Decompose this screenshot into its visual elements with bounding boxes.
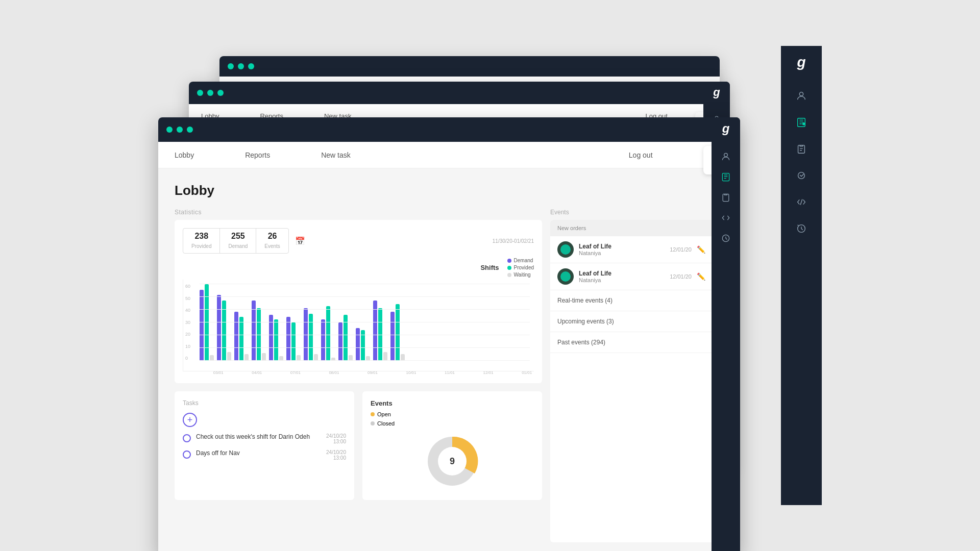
window-1: Lobby Reports New task Log out EN Lobby … (158, 117, 740, 551)
w1-sidebar-icon-arrows[interactable] (718, 210, 733, 226)
grid-line (200, 322, 530, 322)
event-org-2: Leaf of Life (579, 270, 665, 277)
bar-waiting-7 (331, 358, 335, 361)
task-date-1: 24/10/20 13:00 (326, 433, 346, 444)
svg-point-9 (724, 153, 728, 157)
event-avatar-2 (557, 268, 574, 285)
legend-waiting: Waiting (507, 272, 534, 278)
sidebar-icon-reports[interactable] (791, 112, 812, 133)
accordion-realtime[interactable]: Real-time events (4) ⌄ (550, 290, 724, 311)
statistics-section: Statistics 238 Provided 255 (175, 209, 542, 383)
nav1-newtask[interactable]: New task (321, 151, 351, 159)
bar-group-9 (356, 328, 370, 361)
bar-provided-3 (257, 308, 261, 361)
grid-line (200, 309, 530, 310)
legend-provided-label: Provided (514, 265, 534, 270)
bar-demand-1 (217, 295, 221, 361)
task-item-2: Days off for Nav 24/10/20 13:00 (183, 449, 346, 461)
accordion-upcoming[interactable]: Upcoming events (3) ⌄ (550, 311, 724, 332)
add-task-button[interactable]: + (183, 413, 197, 427)
nav1-reports[interactable]: Reports (245, 151, 270, 159)
y-axis: 0 10 20 30 40 50 60 (185, 284, 190, 361)
event-edit-1[interactable]: ✏️ (697, 245, 705, 254)
bar-chart-wrapper: 0 10 20 30 40 50 60 (183, 280, 534, 377)
bar-group-10 (373, 300, 387, 361)
x-label: 01/01 (522, 370, 532, 375)
events-closed-legend: Closed (371, 420, 534, 427)
x-axis: 03/01 04/01 07/01 08/01 09/01 10/01 11/0… (199, 370, 542, 375)
stat-group: 238 Provided 255 Demand 26 (183, 228, 289, 254)
pie-number: 9 (450, 456, 455, 466)
w1-sidebar-icon-user[interactable] (718, 149, 733, 164)
legend-demand-label: Demand (514, 258, 533, 263)
bar-group-0 (200, 284, 214, 361)
x-label: 03/01 (213, 370, 224, 375)
y-label-30: 30 (185, 320, 190, 325)
content-grid: Statistics 238 Provided 255 (175, 209, 724, 542)
chart-title: Shifts (183, 264, 499, 271)
bar-demand-7 (321, 319, 325, 361)
svg-point-0 (799, 92, 803, 96)
navbar-1: Lobby Reports New task Log out EN (158, 142, 740, 168)
w2-dot-3 (217, 90, 224, 96)
sidebar-icon-user[interactable] (791, 86, 812, 106)
legend-waiting-dot (507, 273, 511, 277)
event-date-1: 12/01/20 (670, 246, 692, 253)
tasks-card: Tasks + Check out this week's shift for … (175, 391, 354, 500)
bar-provided-1 (222, 300, 226, 361)
sidebar-icon-clipboard[interactable] (791, 139, 812, 159)
task-date-2: 24/10/20 13:00 (326, 449, 346, 461)
w1-sidebar-icon-clipboard[interactable] (718, 190, 733, 205)
x-label: 04/01 (252, 370, 262, 375)
nav1-logout[interactable]: Log out (629, 151, 653, 159)
event-avatar-1 (557, 241, 574, 258)
stat-provided-lbl: Provided (191, 243, 211, 249)
event-item-1: Leaf of Life Nataniya 12/01/20 ✏️ ⋮ (550, 236, 724, 263)
w1-sidebar-icon-reports[interactable] (718, 169, 733, 185)
calendar-icon[interactable]: 📅 (295, 236, 305, 246)
bar-provided-9 (361, 330, 365, 361)
bar-waiting-9 (366, 356, 370, 361)
event-edit-2[interactable]: ✏️ (697, 272, 705, 281)
tasks-section: Tasks + Check out this week's shift for … (175, 391, 542, 500)
bar-provided-0 (205, 284, 209, 361)
legend-demand: Demand (507, 258, 534, 263)
pie-chart-container: 9 (371, 431, 534, 492)
bar-group-7 (321, 306, 335, 361)
stats-date: 11/30/20-01/02/21 (493, 238, 534, 244)
event-org-1: Leaf of Life (579, 243, 665, 250)
titlebar-dot-3 (248, 63, 254, 69)
bar-demand-10 (373, 300, 377, 361)
sidebar-icon-tasks[interactable] (791, 165, 812, 186)
page-title: Lobby (175, 183, 724, 198)
stat-events: 26 Events (256, 229, 288, 253)
sidebar-icon-arrows[interactable] (791, 192, 812, 212)
task-text-2: Days off for Nav (196, 449, 321, 457)
task-time-1: 13:00 (326, 439, 346, 444)
y-label-50: 50 (185, 296, 190, 301)
y-label-60: 60 (185, 284, 190, 289)
pie-chart-svg: 9 (422, 431, 483, 492)
bar-waiting-3 (262, 353, 266, 361)
bar-provided-11 (396, 304, 400, 361)
w1-sidebar-icon-history[interactable] (718, 231, 733, 246)
chart-legend: Demand Provided Waiting (507, 258, 534, 278)
event-date-2: 12/01/20 (670, 273, 692, 280)
stats-header: 238 Provided 255 Demand 26 (183, 228, 534, 254)
events-open-dot (371, 412, 375, 416)
bar-demand-11 (390, 312, 395, 361)
stat-events-num: 26 (264, 232, 280, 241)
bar-group-8 (338, 315, 353, 361)
bar-demand-2 (234, 312, 238, 361)
task-checkbox-2[interactable] (183, 450, 191, 459)
bar-provided-2 (239, 317, 243, 361)
nav1-lobby[interactable]: Lobby (175, 151, 194, 159)
bar-waiting-6 (314, 354, 318, 361)
task-checkbox-1[interactable] (183, 434, 191, 442)
task-time-2: 13:00 (326, 455, 346, 461)
w1-sidebar-logo: g (722, 121, 730, 136)
accordion-past[interactable]: Past events (294) ⌄ (550, 332, 724, 353)
left-column: Statistics 238 Provided 255 (175, 209, 542, 542)
bar-chart: 0 10 20 30 40 50 60 (183, 280, 534, 371)
sidebar-icon-history[interactable] (791, 218, 812, 239)
